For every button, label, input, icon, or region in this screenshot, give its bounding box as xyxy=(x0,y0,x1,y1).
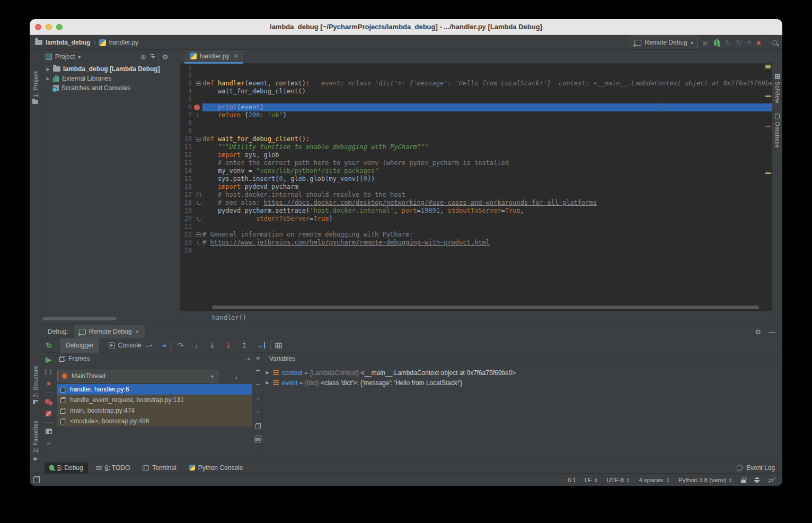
rerun-button[interactable]: ↻ xyxy=(41,341,56,350)
gutter[interactable] xyxy=(192,159,202,167)
project-horizontal-scrollbar[interactable] xyxy=(42,317,117,320)
debug-button[interactable] xyxy=(714,39,720,46)
gutter[interactable] xyxy=(192,247,202,255)
stop-button[interactable]: ■ xyxy=(756,39,761,46)
status-item-utf-8[interactable]: UTF-8⇕ xyxy=(607,477,631,483)
code-line-24[interactable]: 24 xyxy=(180,247,772,255)
code-line-10[interactable]: 10def wait_for_debug_client(): xyxy=(180,135,772,143)
tab-remote-debug-session[interactable]: Remote Debug ✕ xyxy=(74,325,145,338)
more-actions-icon[interactable]: » xyxy=(47,440,50,446)
gutter[interactable] xyxy=(192,80,202,88)
gutter[interactable] xyxy=(192,103,202,111)
gutter[interactable] xyxy=(192,239,202,247)
code-line-13[interactable]: 13 # enter the correct path here to your… xyxy=(180,159,772,167)
error-stripe[interactable] xyxy=(764,64,772,311)
duplicate-watch-button[interactable] xyxy=(255,423,261,429)
gutter[interactable] xyxy=(192,151,202,159)
step-over-button[interactable]: ↷ xyxy=(175,341,187,350)
profiler-button[interactable]: ↻ xyxy=(736,39,742,46)
gutter[interactable] xyxy=(192,223,202,231)
code-line-6[interactable]: 6 print(event) xyxy=(180,103,772,111)
editor-horizontal-scrollbar[interactable] xyxy=(212,306,759,309)
event-log-button[interactable]: Event Log xyxy=(737,464,775,472)
code-line-23[interactable]: 23# https://www.jetbrains.com/help/pycha… xyxy=(180,239,772,247)
status-item-4-spaces[interactable]: 4 spaces⇕ xyxy=(639,477,670,483)
frame-row[interactable]: handler, handler.py:6 xyxy=(57,384,252,395)
frame-row[interactable]: <module>, bootstrap.py:486 xyxy=(57,416,252,426)
tool-tab-terminal[interactable]: ▸_Terminal xyxy=(138,463,181,473)
sidebar-item-database[interactable]: Database xyxy=(772,114,782,149)
fold-collapse-icon[interactable] xyxy=(196,137,201,142)
tree-item-lambda_debug[interactable]: ▶lambda_debug [Lambda Debug] xyxy=(41,64,180,74)
step-out-button[interactable]: ↥ xyxy=(239,341,250,350)
sidebar-item-structure[interactable]: 7: Structure xyxy=(30,365,41,404)
fold-end-icon[interactable] xyxy=(197,241,201,245)
expand-arrow-icon[interactable]: ▶ xyxy=(265,380,270,385)
chevron-down-icon[interactable]: ▾ xyxy=(78,54,81,60)
variable-row-context[interactable]: ▶context = {LambdaContext} <__main__.Lam… xyxy=(265,368,782,378)
run-config-selector[interactable]: Remote Debug ▾ xyxy=(630,37,698,48)
status-item-python-3-8-venv-[interactable]: Python 3.8 (venv)⇕ xyxy=(678,477,733,483)
step-out-of-block-button[interactable]: ↧ xyxy=(223,341,234,350)
frame-row[interactable]: main, bootstrap.py:474 xyxy=(57,405,252,416)
tool-tab-python-console[interactable]: Python Console xyxy=(184,463,248,473)
tool-tab-todo[interactable]: 6: TODO xyxy=(91,463,135,473)
gutter[interactable] xyxy=(192,143,202,151)
breakpoint-icon[interactable] xyxy=(194,104,200,110)
status-item-lf[interactable]: LF⇕ xyxy=(585,477,598,483)
code-line-2[interactable]: 2 xyxy=(180,72,772,80)
gutter[interactable] xyxy=(192,95,202,103)
pause-program-button[interactable]: ❙❙ xyxy=(43,369,54,374)
tab-console[interactable]: ▶ Console →▪ xyxy=(103,338,158,353)
gutter[interactable] xyxy=(192,64,202,72)
lock-icon[interactable] xyxy=(741,480,746,483)
code-editor[interactable]: 123def handler(event, context): event: <… xyxy=(180,64,772,311)
warning-marker[interactable] xyxy=(765,126,771,127)
move-watch-down-button[interactable]: ▼ xyxy=(255,406,260,420)
debug-settings-gear-icon[interactable]: ⚙ xyxy=(755,328,761,335)
add-watch-button[interactable]: + xyxy=(256,364,260,378)
code-line-16[interactable]: 16 import pydevd_pycharm xyxy=(180,183,772,191)
code-line-3[interactable]: 3def handler(event, context): event: <cl… xyxy=(180,80,772,88)
gutter[interactable] xyxy=(192,199,202,207)
float-window-icon[interactable]: →▪ xyxy=(242,355,250,362)
gutter[interactable] xyxy=(192,88,202,95)
fold-end-icon[interactable] xyxy=(197,201,201,205)
gutter[interactable] xyxy=(192,119,202,127)
code-line-22[interactable]: 22# General information on remote debugg… xyxy=(180,231,772,239)
search-everywhere-icon[interactable] xyxy=(772,40,777,45)
gutter[interactable] xyxy=(192,167,202,175)
gutter[interactable] xyxy=(192,215,202,223)
update-icon[interactable]: ⇄? xyxy=(768,476,776,484)
code-line-4[interactable]: 4 wait_for_debug_client() xyxy=(180,88,772,95)
hide-panel-button[interactable]: − xyxy=(171,54,175,60)
warning-marker[interactable] xyxy=(765,172,771,174)
evaluate-expression-button[interactable] xyxy=(275,343,282,348)
variables-menu-icon[interactable]: ≡ xyxy=(256,353,260,364)
gutter[interactable] xyxy=(192,175,202,183)
gutter[interactable] xyxy=(192,183,202,191)
tab-handler-py[interactable]: handler.py ✕ xyxy=(184,50,243,64)
fold-collapse-icon[interactable] xyxy=(196,193,201,197)
status-item-6-1[interactable]: 6:1 xyxy=(568,477,576,483)
warning-marker[interactable] xyxy=(765,95,771,97)
mute-breakpoints-button[interactable] xyxy=(46,411,51,416)
code-line-14[interactable]: 14 my_venv = "venv/lib/python*/site-pack… xyxy=(180,167,772,175)
code-line-5[interactable]: 5 xyxy=(180,95,772,103)
tool-tab-debug[interactable]: 5: Debug xyxy=(45,463,88,473)
highlighting-level-icon[interactable] xyxy=(754,477,760,483)
next-frame-button[interactable]: ↓ xyxy=(235,372,239,380)
editor-breadcrumb[interactable]: handler() xyxy=(180,311,772,325)
code-line-21[interactable]: 21 xyxy=(180,223,772,231)
locate-file-button[interactable]: ⊕ xyxy=(140,54,146,60)
tab-debugger[interactable]: Debugger xyxy=(60,338,99,353)
run-to-cursor-button[interactable]: → xyxy=(254,341,266,350)
code-line-12[interactable]: 12 import sys, glob xyxy=(180,151,772,159)
close-session-icon[interactable]: ✕ xyxy=(135,329,139,335)
breadcrumb-project[interactable]: lambda_debug xyxy=(46,39,91,46)
code-line-18[interactable]: 18 # see also: https://docs.docker.com/d… xyxy=(180,199,772,207)
gutter[interactable] xyxy=(192,111,202,119)
close-tab-icon[interactable]: ✕ xyxy=(233,53,237,59)
remove-watch-button[interactable]: − xyxy=(256,378,260,392)
expand-arrow-icon[interactable]: ▶ xyxy=(46,67,50,72)
